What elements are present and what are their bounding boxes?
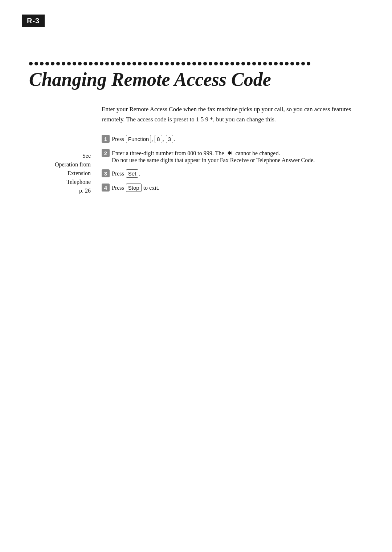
step-1-press-label: Press <box>112 136 126 142</box>
main-content: Enter your Remote Access Code when the f… <box>102 104 363 198</box>
step-3-key-set: Set <box>126 169 139 178</box>
step-3: 3 Press Set. <box>102 169 363 178</box>
intro-text: Enter your Remote Access Code when the f… <box>102 104 363 125</box>
step-2: 2 Enter a three-digit number from 000 to… <box>102 149 363 164</box>
page-badge: R-3 <box>22 15 45 27</box>
sidebar-extension: Extension <box>29 169 91 178</box>
sidebar-telephone: Telephone <box>29 178 91 186</box>
step-4: 4 Press Stop to exit. <box>102 184 363 192</box>
step-1-key-function: Function <box>126 135 151 143</box>
step-1-sep-1: , <box>151 136 154 142</box>
page-title: Changing Remote Access Code <box>29 69 363 90</box>
step-1-number: 1 <box>102 135 110 143</box>
step-2-main-text: Enter a three-digit number from 000 to 9… <box>112 149 363 157</box>
steps-list: 1 Press Function, 8, 3. 2 Enter a three-… <box>102 135 363 192</box>
step-1: 1 Press Function, 8, 3. <box>102 135 363 143</box>
sidebar-page: p. 26 <box>29 186 91 195</box>
step-3-period: . <box>139 170 140 177</box>
step-4-key-stop: Stop <box>126 184 142 192</box>
step-3-number: 3 <box>102 169 110 177</box>
sidebar-see: See <box>29 152 91 160</box>
dot-divider <box>29 62 363 65</box>
sidebar: See Operation from Extension Telephone p… <box>29 104 102 198</box>
step-4-body: Press Stop to exit. <box>112 184 363 192</box>
step-1-period: . <box>173 136 175 142</box>
step-1-body: Press Function, 8, 3. <box>112 135 363 143</box>
step-4-press-label: Press <box>112 185 126 191</box>
step-2-sub-text: Do not use the same digits that appear i… <box>112 157 363 164</box>
sidebar-operation-from: Operation from <box>29 160 91 169</box>
step-3-body: Press Set. <box>112 169 363 178</box>
step-1-key-8: 8 <box>155 135 162 143</box>
step-3-press-label: Press <box>112 170 126 177</box>
step-1-key-3: 3 <box>166 135 173 143</box>
page: R-3 Changing Remote Access Code See Oper… <box>0 0 392 552</box>
step-4-number: 4 <box>102 184 110 192</box>
step-2-number: 2 <box>102 149 110 157</box>
step-2-star: ∗ <box>227 149 232 157</box>
content-area: See Operation from Extension Telephone p… <box>29 104 363 198</box>
step-2-body: Enter a three-digit number from 000 to 9… <box>112 149 363 164</box>
step-1-sep-2: , <box>163 136 166 142</box>
step-4-text: to exit. <box>142 185 159 191</box>
